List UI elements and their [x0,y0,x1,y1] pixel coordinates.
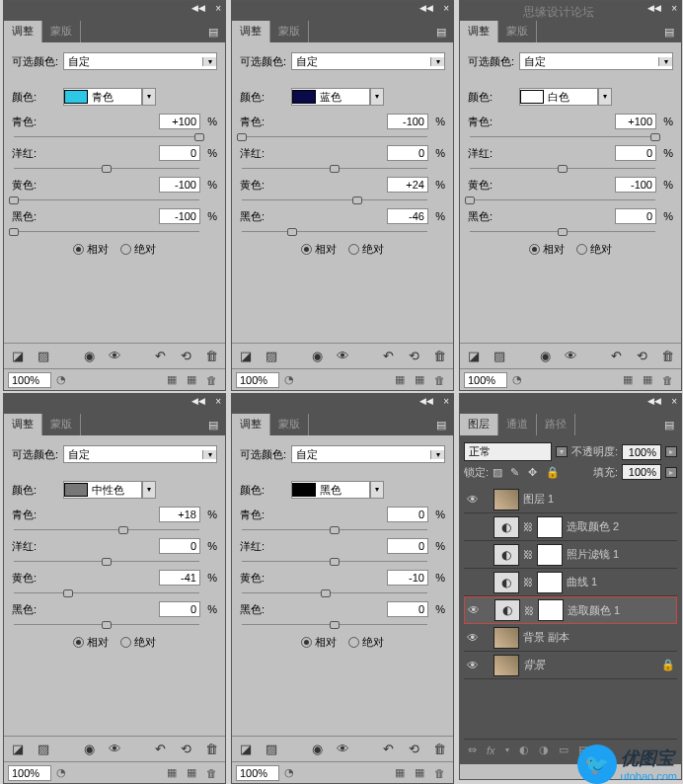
layer-item[interactable]: 👁 图层 1 [464,486,677,513]
collapse-icon[interactable]: ◀◀ [647,3,661,13]
dropdown-arrow-icon[interactable]: ▾ [202,57,216,66]
magenta-input[interactable] [387,145,428,161]
layer-item[interactable]: 👁 背景 🔒 [464,652,677,679]
group-icon[interactable]: ▭ [559,744,569,756]
yellow-input[interactable] [159,570,200,586]
zoom-input[interactable]: 100% [8,765,51,781]
relative-radio[interactable]: 相对 [73,635,109,650]
slider-thumb[interactable] [118,526,128,534]
tile-icon[interactable]: ▦ [182,373,201,386]
clip-icon[interactable]: ◉ [309,741,325,758]
relative-radio[interactable]: 相对 [301,242,337,257]
yellow-slider[interactable] [242,586,427,593]
preset-dropdown[interactable]: 自定 ▾ [291,445,445,463]
slider-thumb[interactable] [330,526,340,534]
visibility-toggle[interactable]: 👁 [467,603,481,617]
relative-radio[interactable]: 相对 [73,242,109,257]
slider-thumb[interactable] [102,621,112,629]
dropdown-arrow-icon[interactable]: ▾ [658,57,672,66]
layer-name[interactable]: 照片滤镜 1 [567,547,675,562]
slider-thumb[interactable] [321,589,331,597]
tab-mask[interactable]: 蒙版 [270,21,309,42]
cyan-slider[interactable] [14,522,199,530]
visibility-icon[interactable]: 👁 [335,348,350,365]
tile-icon[interactable]: ▦ [618,373,638,386]
prev-icon[interactable]: ↶ [380,348,396,365]
collapse-icon[interactable]: ◀◀ [191,3,205,13]
color-dropdown[interactable]: 黑色 [291,481,370,499]
yellow-slider[interactable] [242,193,427,200]
lock-all-icon[interactable]: 🔒 [546,466,560,479]
dropdown-arrow-icon[interactable]: ▾ [370,88,384,106]
cyan-slider[interactable] [14,129,199,137]
absolute-radio[interactable]: 绝对 [348,242,384,257]
yellow-input[interactable] [387,177,428,193]
menu-icon[interactable]: ▤ [429,21,453,42]
reset-icon[interactable]: ⟲ [406,741,421,758]
layer-name[interactable]: 选取颜色 2 [567,519,675,534]
trash-icon[interactable]: 🗑 [429,767,449,779]
magenta-slider[interactable] [470,161,655,169]
black-slider[interactable] [14,224,199,232]
tile-icon[interactable]: ▦ [638,373,657,386]
lock-move-icon[interactable]: ✥ [528,466,542,479]
mask-icon[interactable]: ◐ [519,744,529,756]
slider-thumb[interactable] [650,133,660,141]
delete-icon[interactable]: 🗑 [659,348,675,365]
reset-icon[interactable]: ⟲ [178,741,193,758]
absolute-radio[interactable]: 绝对 [120,635,156,650]
reset-icon[interactable]: ⟲ [178,348,193,365]
delete-icon[interactable]: 🗑 [203,348,219,365]
layer-item[interactable]: 👁 ◐ ⛓ 选取颜色 1 [464,596,677,624]
layer-item[interactable]: ◐ ⛓ 曲线 1 [464,569,677,596]
yellow-slider[interactable] [470,193,655,200]
layer-item[interactable]: 👁 背景 副本 [464,624,677,652]
fx-icon[interactable]: fx [487,745,495,756]
preset-dropdown[interactable]: 自定 ▾ [519,52,673,70]
black-slider[interactable] [470,224,655,232]
zoom-input[interactable]: 100% [8,372,51,388]
visibility-icon[interactable]: 👁 [107,348,122,365]
clip-icon[interactable]: ◉ [81,741,97,758]
delete-icon[interactable]: 🗑 [431,348,447,365]
absolute-radio[interactable]: 绝对 [120,242,156,257]
tab-mask[interactable]: 蒙版 [498,21,537,42]
dropdown-arrow-icon[interactable]: ▾ [142,88,156,106]
dropdown-arrow-icon[interactable]: ▾ [430,57,444,66]
collapse-icon[interactable]: ◀◀ [647,396,661,406]
magenta-slider[interactable] [242,554,427,562]
new-icon[interactable]: ▨ [36,348,51,365]
black-slider[interactable] [242,617,427,625]
slider-thumb[interactable] [194,133,204,141]
visibility-icon[interactable]: 👁 [563,348,578,365]
slider-thumb[interactable] [330,621,340,629]
tab-layers[interactable]: 图层 [460,414,498,435]
slider-thumb[interactable] [330,558,340,566]
clip-icon[interactable]: ◉ [309,348,325,365]
relative-radio[interactable]: 相对 [301,635,337,650]
adjustment-icon[interactable]: ◪ [10,741,26,758]
prev-icon[interactable]: ↶ [380,741,396,758]
close-icon[interactable]: × [215,396,221,407]
color-dropdown[interactable]: 蓝色 [291,88,370,106]
lock-brush-icon[interactable]: ✎ [510,466,524,479]
link-icon[interactable]: ⇔ [468,744,477,756]
prev-icon[interactable]: ↶ [152,348,168,365]
trash-icon[interactable]: 🗑 [201,767,221,779]
tab-adjust[interactable]: 调整 [232,21,270,42]
black-slider[interactable] [14,617,199,625]
tab-paths[interactable]: 路径 [537,414,575,435]
slider-thumb[interactable] [9,196,19,204]
slider-thumb[interactable] [465,196,475,204]
visibility-icon[interactable]: 👁 [107,741,122,758]
dropdown-arrow-icon[interactable]: ▾ [556,446,568,457]
fill-input[interactable]: 100% [622,464,661,480]
dropdown-arrow-icon[interactable]: ▾ [370,481,384,499]
doc-icon[interactable]: ◔ [279,373,299,386]
absolute-radio[interactable]: 绝对 [348,635,384,650]
tile-icon[interactable]: ▦ [162,373,182,386]
doc-icon[interactable]: ◔ [507,373,527,386]
dropdown-arrow-icon[interactable]: ▸ [665,467,677,478]
preset-dropdown[interactable]: 自定 ▾ [291,52,445,70]
layer-name[interactable]: 背景 [523,658,657,672]
